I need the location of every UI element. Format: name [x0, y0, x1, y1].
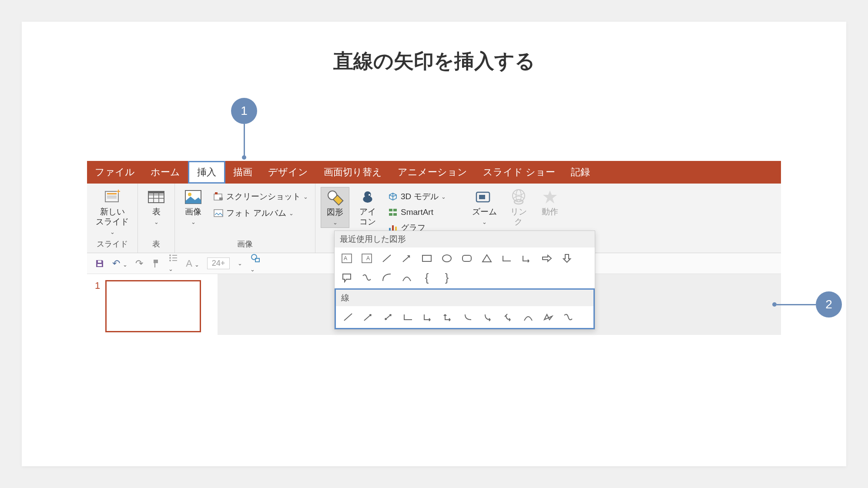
screenshot-icon [213, 192, 224, 201]
chevron-down-icon: ⌄ [303, 194, 308, 200]
svg-rect-3 [107, 197, 117, 198]
image-button[interactable]: 画像 ⌄ [180, 187, 206, 227]
shapes-qat-icon[interactable]: ⌄ [250, 253, 261, 274]
icons-button[interactable]: アイ コン [355, 187, 381, 229]
screenshot-button[interactable]: スクリーンショット ⌄ [211, 190, 310, 204]
line-curve-free[interactable] [521, 311, 535, 324]
photoalbum-icon [213, 208, 224, 218]
svg-rect-39 [462, 255, 471, 261]
tab-home[interactable]: ホーム [143, 161, 188, 184]
svg-line-35 [383, 255, 391, 262]
callout-badge-2: 2 [816, 291, 842, 318]
line-elbow-arrow[interactable] [421, 311, 435, 324]
line-arrow[interactable] [361, 311, 375, 324]
undo-icon[interactable]: ↶ ⌄ [112, 258, 127, 269]
shape-textbox[interactable]: A [340, 252, 354, 265]
svg-line-40 [344, 314, 352, 321]
image-label: 画像 [185, 207, 201, 217]
line-curved[interactable] [461, 311, 475, 324]
tab-animation[interactable]: アニメーション [390, 161, 475, 184]
font-color-icon[interactable]: A ⌄ [186, 258, 199, 269]
shape-elbow-arrow[interactable] [520, 252, 534, 265]
shapes-button[interactable]: 図形 ⌄ [321, 187, 349, 228]
shape-textbox-v[interactable]: A [360, 252, 374, 265]
photoalbum-button[interactable]: フォト アルバム ⌄ [211, 206, 310, 220]
svg-rect-15 [214, 210, 223, 217]
group-label-table: 表 [143, 237, 169, 251]
smartart-button[interactable]: SmartArt [386, 206, 448, 218]
shapes-label: 図形 [327, 207, 343, 217]
svg-rect-43 [97, 264, 102, 266]
shape-l-connector[interactable] [500, 252, 514, 265]
shapes-icon [325, 189, 345, 206]
smartart-icon [388, 207, 398, 217]
font-size-box[interactable]: 24+ [207, 257, 230, 269]
svg-point-18 [369, 194, 370, 196]
chevron-down-icon: ⌄ [191, 219, 196, 226]
svg-rect-22 [393, 213, 397, 216]
line-scribble[interactable] [561, 311, 575, 324]
shape-oval[interactable] [440, 252, 454, 265]
action-icon [540, 189, 560, 205]
shape-callout[interactable] [340, 271, 354, 284]
bullets-icon[interactable]: ⌄ [168, 254, 178, 274]
tab-insert[interactable]: 挿入 [188, 161, 225, 184]
line-freeform[interactable] [541, 311, 555, 324]
group-table: 表 ⌄ 表 [138, 184, 175, 253]
svg-point-49 [169, 260, 171, 261]
shape-triangle[interactable] [480, 252, 494, 265]
redo-icon[interactable]: ↷ [135, 258, 143, 269]
tab-record[interactable]: 記録 [563, 161, 598, 184]
shape-brace-right[interactable]: } [440, 271, 454, 284]
tab-slideshow[interactable]: スライド ショー [475, 161, 563, 184]
shape-block-arrow[interactable] [540, 252, 554, 265]
3dmodels-button[interactable]: 3D モデル ⌄ [386, 190, 448, 204]
chevron-down-icon: ⌄ [482, 219, 487, 226]
svg-point-47 [169, 257, 171, 259]
line-double-arrow[interactable] [381, 311, 395, 324]
chevron-down-icon[interactable]: ⌄ [238, 260, 242, 267]
zoom-button[interactable]: ズーム ⌄ [469, 187, 500, 227]
svg-line-42 [385, 314, 391, 320]
chevron-down-icon: ⌄ [289, 210, 294, 217]
smartart-label: SmartArt [401, 207, 433, 217]
line-straight[interactable] [341, 311, 355, 324]
link-icon [509, 189, 528, 205]
table-button[interactable]: 表 ⌄ [143, 187, 169, 227]
page-title: 直線の矢印を挿入する [65, 48, 803, 75]
shape-arc[interactable] [380, 271, 394, 284]
shape-roundrect[interactable] [460, 252, 474, 265]
link-button: リン ク [506, 187, 532, 229]
callout-badge-1: 1 [231, 98, 257, 124]
svg-text:A: A [366, 255, 370, 261]
shape-connector[interactable] [360, 271, 374, 284]
tab-transition[interactable]: 画面切り替え [316, 161, 390, 184]
line-elbow[interactable] [401, 311, 415, 324]
table-icon [147, 189, 166, 205]
shape-arrow-line[interactable] [400, 252, 414, 265]
new-slide-label: 新しい スライド [96, 207, 129, 227]
shape-brace-left[interactable]: { [420, 271, 434, 284]
save-icon[interactable] [95, 259, 104, 268]
shape-down-arrow[interactable] [560, 252, 574, 265]
new-slide-icon [103, 189, 122, 205]
line-curved-arrow[interactable] [481, 311, 495, 324]
powerpoint-screenshot: ファイル ホーム 挿入 描画 デザイン 画面切り替え アニメーション スライド … [87, 161, 781, 335]
new-slide-button[interactable]: 新しい スライド ⌄ [92, 187, 132, 237]
lines-row [336, 306, 593, 328]
link-label: リン ク [510, 207, 527, 227]
shape-rect[interactable] [420, 252, 434, 265]
svg-rect-2 [107, 196, 117, 197]
shape-curve[interactable] [400, 271, 414, 284]
shape-line[interactable] [380, 252, 394, 265]
format-painter-icon[interactable] [151, 259, 161, 268]
zoom-label: ズーム [472, 207, 497, 217]
tab-file[interactable]: ファイル [87, 161, 143, 184]
group-image: 画像 ⌄ スクリーンショット ⌄ [175, 184, 315, 253]
line-elbow-double[interactable] [441, 311, 455, 324]
chevron-down-icon: ⌄ [333, 219, 338, 226]
tab-design[interactable]: デザイン [260, 161, 316, 184]
slide-thumbnail[interactable] [105, 280, 201, 332]
line-curved-double[interactable] [501, 311, 515, 324]
tab-draw[interactable]: 描画 [225, 161, 260, 184]
